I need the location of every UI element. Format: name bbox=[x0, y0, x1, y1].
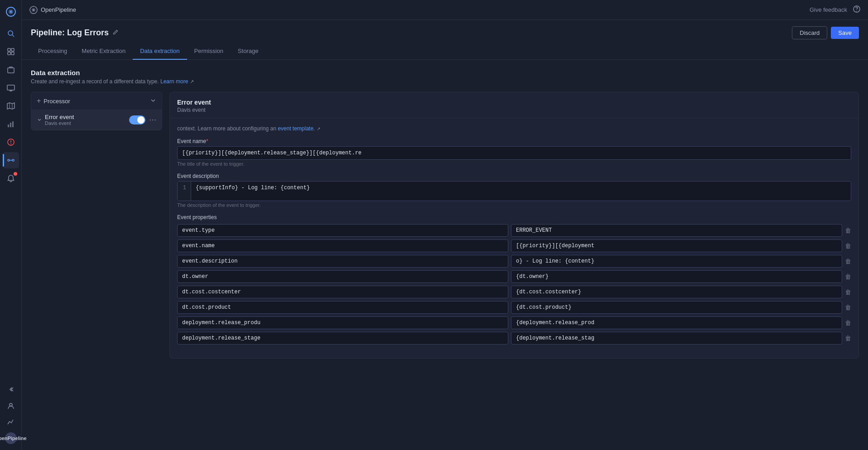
processor-item-expand-icon[interactable] bbox=[37, 117, 42, 123]
prop-key-5[interactable] bbox=[177, 301, 508, 314]
processor-item-info: Error event Davis event bbox=[45, 114, 74, 126]
prop-delete-4[interactable]: 🗑 bbox=[845, 288, 851, 296]
event-description-textarea[interactable] bbox=[191, 182, 851, 201]
svg-point-25 bbox=[10, 403, 12, 406]
prop-delete-3[interactable]: 🗑 bbox=[845, 273, 851, 280]
alert-nav-icon[interactable] bbox=[3, 134, 19, 150]
svg-point-28 bbox=[33, 9, 34, 11]
prop-key-1[interactable] bbox=[177, 239, 508, 252]
edit-title-icon[interactable] bbox=[112, 29, 119, 37]
content-layout: + Processor bbox=[31, 92, 859, 359]
tab-storage[interactable]: Storage bbox=[231, 43, 266, 60]
prop-val-5[interactable] bbox=[511, 301, 842, 314]
page-title-row: Pipeline: Log Errors bbox=[31, 28, 119, 38]
prop-key-0[interactable] bbox=[177, 224, 508, 237]
processor-item[interactable]: Error event Davis event ⋯ bbox=[31, 110, 162, 130]
prop-key-4[interactable] bbox=[177, 286, 508, 298]
tab-metric-extraction[interactable]: Metric Extraction bbox=[74, 43, 133, 60]
event-panel-title: Error event bbox=[177, 99, 851, 106]
prop-key-7[interactable] bbox=[177, 332, 508, 345]
processor-toggle[interactable] bbox=[129, 115, 145, 124]
prop-key-6[interactable] bbox=[177, 316, 508, 329]
save-button[interactable]: Save bbox=[831, 27, 859, 39]
grid-nav-icon[interactable] bbox=[3, 43, 19, 60]
event-description-group: Event description 1 The description of t… bbox=[177, 173, 851, 208]
prop-row-1: 🗑 bbox=[177, 239, 851, 252]
processor-more-icon[interactable]: ⋯ bbox=[149, 115, 156, 124]
add-processor-icon: + bbox=[37, 97, 41, 105]
content-area: Data extraction Create and re-ingest a r… bbox=[22, 60, 868, 450]
line-number: 1 bbox=[178, 182, 191, 201]
prop-delete-0[interactable]: 🗑 bbox=[845, 227, 851, 234]
event-name-hint: The title of the event to trigger. bbox=[177, 161, 851, 167]
help-icon[interactable] bbox=[853, 5, 861, 15]
prop-val-1[interactable] bbox=[511, 239, 842, 252]
monitor-nav-icon[interactable] bbox=[3, 80, 19, 96]
svg-point-23 bbox=[12, 159, 14, 161]
event-name-group: Event name* The title of the event to tr… bbox=[177, 138, 851, 167]
chart-nav-icon[interactable] bbox=[3, 116, 19, 132]
prop-delete-5[interactable]: 🗑 bbox=[845, 304, 851, 311]
app-title: OpenPipeline bbox=[41, 6, 76, 13]
discard-button[interactable]: Discard bbox=[792, 26, 827, 39]
user-avatar[interactable]: OpenPipeline bbox=[3, 430, 19, 446]
external-link-icon[interactable]: ↗ bbox=[190, 79, 194, 84]
event-description-label: Event description bbox=[177, 173, 851, 179]
tab-data-extraction[interactable]: Data extraction bbox=[133, 43, 187, 60]
prop-val-3[interactable] bbox=[511, 270, 842, 283]
prop-val-2[interactable] bbox=[511, 255, 842, 268]
topbar: OpenPipeline Give feedback bbox=[22, 0, 868, 20]
required-marker: * bbox=[206, 138, 208, 144]
event-panel-sub: Davis event bbox=[177, 107, 851, 113]
sidebar: OpenPipeline bbox=[0, 0, 22, 450]
processor-item-left: Error event Davis event bbox=[37, 114, 74, 126]
svg-point-2 bbox=[10, 11, 12, 13]
prop-key-2[interactable] bbox=[177, 255, 508, 268]
svg-rect-10 bbox=[7, 85, 14, 90]
context-note: context. Learn more about configuring an… bbox=[177, 125, 851, 132]
box-nav-icon[interactable] bbox=[3, 62, 19, 78]
svg-rect-5 bbox=[8, 48, 10, 51]
event-properties-title: Event properties bbox=[177, 214, 851, 220]
give-feedback-link[interactable]: Give feedback bbox=[810, 6, 847, 13]
collapse-nav-icon[interactable] bbox=[3, 381, 19, 397]
processor-header: + Processor bbox=[31, 92, 162, 110]
section-desc-text: Create and re-ingest a record of a diffe… bbox=[31, 78, 160, 85]
event-description-hint: The description of the event to trigger. bbox=[177, 202, 851, 208]
map-nav-icon[interactable] bbox=[3, 98, 19, 114]
section-desc: Create and re-ingest a record of a diffe… bbox=[31, 78, 859, 85]
prop-val-4[interactable] bbox=[511, 286, 842, 298]
event-panel-header: Error event Davis event bbox=[170, 92, 858, 118]
prop-val-6[interactable] bbox=[511, 316, 842, 329]
app-logo[interactable] bbox=[3, 4, 19, 20]
processor-item-name: Error event bbox=[45, 114, 74, 120]
tab-processing[interactable]: Processing bbox=[31, 43, 74, 60]
page-header: Pipeline: Log Errors Discard Save bbox=[22, 20, 868, 39]
svg-point-21 bbox=[10, 144, 11, 144]
prop-delete-7[interactable]: 🗑 bbox=[845, 335, 851, 342]
prop-key-3[interactable] bbox=[177, 270, 508, 283]
main-content: OpenPipeline Give feedback Pipeline: Log… bbox=[22, 0, 868, 450]
event-template-link[interactable]: event template. bbox=[278, 125, 315, 132]
pipeline-nav-icon[interactable] bbox=[3, 152, 19, 168]
event-panel-body: context. Learn more about configuring an… bbox=[170, 118, 858, 358]
event-template-external-icon[interactable]: ↗ bbox=[317, 126, 320, 131]
tab-permission[interactable]: Permission bbox=[187, 43, 231, 60]
search-nav-icon[interactable] bbox=[3, 25, 19, 42]
learn-more-link[interactable]: Learn more bbox=[160, 78, 188, 85]
svg-rect-16 bbox=[8, 124, 9, 127]
processor-item-sub: Davis event bbox=[45, 120, 74, 126]
processor-dropdown-icon[interactable] bbox=[150, 97, 156, 105]
prop-delete-6[interactable]: 🗑 bbox=[845, 319, 851, 326]
prop-val-0[interactable] bbox=[511, 224, 842, 237]
prop-delete-2[interactable]: 🗑 bbox=[845, 258, 851, 265]
event-name-input[interactable] bbox=[177, 146, 851, 160]
processor-item-right: ⋯ bbox=[129, 115, 156, 124]
analytics-icon[interactable] bbox=[3, 414, 19, 430]
user-settings-icon[interactable] bbox=[3, 397, 19, 414]
prop-val-7[interactable] bbox=[511, 332, 842, 345]
notification-nav-icon[interactable] bbox=[3, 170, 19, 187]
svg-rect-18 bbox=[12, 121, 14, 127]
prop-delete-1[interactable]: 🗑 bbox=[845, 242, 851, 249]
prop-row-5: 🗑 bbox=[177, 301, 851, 314]
